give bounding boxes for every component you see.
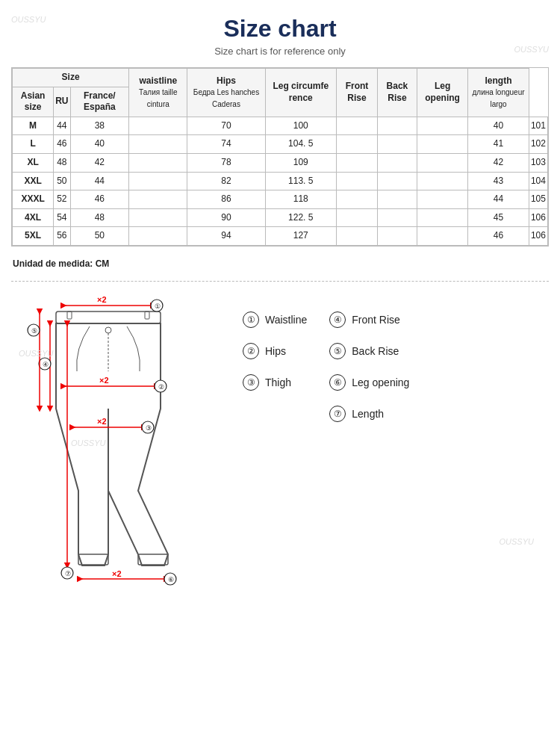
legend-col-right: ④Front Rise⑤Back Rise⑥Leg opening⑦Length [329, 311, 409, 433]
cell-waist: 90 [187, 208, 265, 227]
page-title: Size chart [11, 15, 549, 43]
cell-back [417, 117, 467, 135]
legend-label: Front Rise [352, 314, 400, 326]
size-table-wrapper: Size waistline Талия taille cintura Hips… [11, 67, 549, 247]
page-wrapper: OUSSYU OUSSYU Size chart Size chart is f… [0, 0, 560, 598]
table-row: XL48427810942103 [13, 153, 548, 172]
col-header-opening: Leg opening [417, 69, 467, 117]
cell-asian: 54 [54, 208, 70, 227]
cell-france [129, 153, 187, 172]
cell-ru: 46 [70, 190, 129, 209]
svg-text:×2: ×2 [99, 376, 109, 385]
col-header-size: Size [13, 69, 129, 87]
cell-size: 4XL [13, 208, 54, 227]
cell-ru: 50 [70, 227, 129, 246]
legend-num: ① [243, 311, 259, 328]
cell-front [377, 208, 417, 227]
legend-item: ④Front Rise [329, 311, 409, 328]
brand-watermark-diagram-mid: OUSSYU [71, 438, 105, 447]
cell-waist: 74 [187, 135, 265, 154]
cell-ru: 44 [70, 172, 129, 190]
table-row: L464074104. 541102 [13, 135, 548, 154]
cell-ru: 40 [70, 135, 129, 154]
cell-size: M [13, 117, 54, 135]
col-header-hips: Hips Бедра Les hanches Caderas [187, 69, 265, 117]
legend-item: ②Hips [243, 343, 307, 359]
cell-front [377, 227, 417, 246]
legend-num: ⑦ [329, 406, 346, 422]
cell-france [129, 208, 187, 227]
diagram-left: ×2 ① ×2 ② ×2 ③ [11, 289, 220, 591]
cell-france [129, 227, 187, 246]
svg-text:④: ④ [43, 361, 49, 368]
cell-opening: 43 [468, 172, 529, 190]
svg-text:⑥: ⑥ [168, 576, 174, 583]
cell-front [377, 190, 417, 209]
col-sub-ru: RU [54, 87, 70, 117]
cell-hips: 118 [265, 190, 336, 209]
col-header-waist: waistline Талия taille cintura [129, 69, 187, 117]
legend-item: ①Waistline [243, 311, 307, 328]
table-row: 5XL56509412746106 [13, 227, 548, 246]
brand-watermark-diagram-left: OUSSYU [19, 349, 53, 358]
col-sub-asian: Asian size [13, 87, 54, 117]
legend-label: Length [352, 408, 384, 420]
col-header-leg: Leg circumfe rence [265, 69, 336, 117]
cell-waist: 94 [187, 227, 265, 246]
cell-front [377, 172, 417, 190]
col-header-front: Front Rise [336, 69, 377, 117]
cell-waist: 70 [187, 117, 265, 135]
cell-france [129, 190, 187, 209]
legend-item: ⑤Back Rise [329, 343, 409, 359]
cell-leg [336, 135, 377, 154]
cell-asian: 48 [54, 153, 70, 172]
cell-leg [336, 208, 377, 227]
cell-opening: 46 [468, 227, 529, 246]
cell-opening: 41 [468, 135, 529, 154]
table-note: Unidad de medida: CM [11, 254, 549, 273]
table-row: XXXL52468611844105 [13, 190, 548, 209]
header-section: OUSSYU OUSSYU Size chart Size chart is f… [11, 15, 549, 57]
cell-hips: 104. 5 [265, 135, 336, 154]
cell-size: 5XL [13, 227, 54, 246]
page-subtitle: Size chart is for reference only [11, 46, 549, 57]
cell-asian: 44 [54, 117, 70, 135]
cell-length: 103 [529, 153, 547, 172]
svg-text:×2: ×2 [97, 417, 107, 426]
cell-back [417, 208, 467, 227]
legend-label: Thigh [265, 376, 291, 388]
col-header-back: Back Rise [377, 69, 417, 117]
cell-opening: 45 [468, 208, 529, 227]
svg-text:①: ① [155, 303, 161, 310]
cell-france [129, 117, 187, 135]
cell-size: XL [13, 153, 54, 172]
legend-label: Waistline [265, 314, 307, 326]
svg-text:②: ② [158, 383, 164, 391]
svg-rect-5 [78, 554, 108, 565]
legend-num: ⑥ [329, 374, 346, 391]
svg-text:×2: ×2 [112, 569, 122, 578]
svg-text:×2: ×2 [97, 295, 107, 304]
cell-back [417, 153, 467, 172]
cell-length: 101 [529, 117, 547, 135]
cell-waist: 82 [187, 172, 265, 190]
cell-france [129, 172, 187, 190]
brand-watermark-top-left: OUSSYU [11, 15, 46, 24]
cell-ru: 38 [70, 117, 129, 135]
cell-asian: 46 [54, 135, 70, 154]
cell-length: 106 [529, 227, 547, 246]
svg-text:⑤: ⑤ [31, 327, 37, 335]
cell-back [417, 227, 467, 246]
legend-label: Hips [265, 345, 286, 357]
legend-col-left: ①Waistline②Hips③Thigh [243, 311, 307, 433]
cell-ru: 42 [70, 153, 129, 172]
legend-label: Leg opening [352, 376, 409, 388]
cell-back [417, 172, 467, 190]
legend-num: ② [243, 343, 259, 359]
cell-waist: 78 [187, 153, 265, 172]
legend-num: ④ [329, 311, 346, 328]
svg-rect-2 [145, 311, 149, 319]
cell-length: 102 [529, 135, 547, 154]
diagram-right: ①Waistline②Hips③Thigh ④Front Rise⑤Back R… [220, 289, 549, 433]
pants-diagram: ×2 ① ×2 ② ×2 ③ [11, 289, 205, 588]
